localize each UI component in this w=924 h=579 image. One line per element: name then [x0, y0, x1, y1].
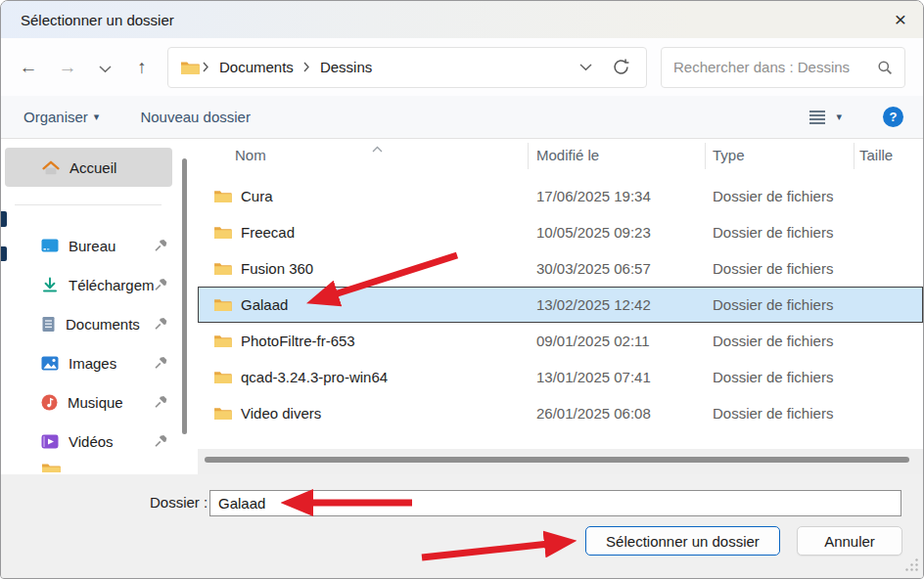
footer: Dossier : Sélectionner un dossier Annule…: [1, 474, 923, 578]
view-details-icon[interactable]: [808, 110, 826, 125]
file-row-cura[interactable]: Cura 17/06/2025 19:34 Dossier de fichier…: [198, 178, 923, 214]
file-modified: 26/01/2025 06:08: [536, 405, 651, 422]
dialog-title: Sélectionner un dossier: [21, 12, 174, 28]
sidebar-item-documents[interactable]: Documents: [1, 304, 198, 343]
folder-icon: [213, 261, 232, 276]
column-divider[interactable]: [854, 143, 855, 169]
folder-icon: [213, 297, 232, 312]
new-folder-button[interactable]: Nouveau dossier: [140, 109, 251, 125]
sidebar-item-home[interactable]: Accueil: [5, 148, 172, 187]
desktop-icon: [41, 239, 59, 252]
title-bar: Sélectionner un dossier ×: [1, 1, 923, 38]
file-type: Dossier de fichiers: [713, 369, 833, 385]
sidebar-item-partial: [41, 462, 61, 472]
sidebar-item-telechargements[interactable]: Téléchargem: [1, 265, 198, 304]
breadcrumb-item-dessins[interactable]: Dessins: [313, 59, 379, 75]
background-window-fragment: [1, 211, 7, 227]
folder-icon: [213, 189, 232, 203]
file-name: Freecad: [241, 224, 295, 241]
file-row-video-divers[interactable]: Video divers 26/01/2025 06:08 Dossier de…: [198, 395, 923, 431]
column-divider[interactable]: [528, 143, 529, 169]
organize-menu[interactable]: Organiser ▾: [23, 109, 99, 125]
search-input[interactable]: [673, 59, 877, 75]
file-type: Dossier de fichiers: [713, 224, 833, 241]
column-divider[interactable]: [705, 143, 706, 169]
file-name: Cura: [241, 188, 273, 204]
breadcrumb[interactable]: Documents Dessins: [167, 47, 647, 88]
file-name: PhotoFiltre-fr-653: [241, 333, 355, 349]
horizontal-scrollbar-thumb[interactable]: [205, 457, 909, 463]
background-window-fragment: [1, 246, 7, 261]
recent-locations-chevron-icon[interactable]: [87, 57, 122, 78]
sidebar-item-musique[interactable]: Musique: [1, 382, 198, 422]
chevron-right-icon: [200, 62, 212, 72]
pin-icon: [154, 356, 167, 373]
file-modified: 09/01/2025 02:11: [536, 333, 650, 349]
file-name: Fusion 360: [241, 260, 313, 277]
documents-icon: [41, 316, 56, 333]
pin-icon: [154, 317, 167, 334]
breadcrumb-item-documents[interactable]: Documents: [212, 59, 300, 75]
file-type: Dossier de fichiers: [713, 333, 833, 349]
sidebar-item-label: Accueil: [69, 159, 116, 176]
column-headers: Nom Modifié le Type Taille: [198, 139, 923, 172]
column-header-type[interactable]: Type: [713, 147, 745, 163]
sidebar-scrollbar[interactable]: [182, 158, 187, 434]
cancel-button[interactable]: Annuler: [797, 526, 902, 556]
file-name: Galaad: [241, 296, 288, 313]
organize-label: Organiser: [23, 109, 88, 125]
up-button[interactable]: ↑: [122, 57, 162, 78]
pin-icon: [154, 395, 167, 412]
file-modified: 17/06/2025 19:34: [536, 188, 651, 204]
command-toolbar: Organiser ▾ Nouveau dossier ▾ ?: [1, 96, 923, 139]
images-icon: [41, 356, 59, 371]
search-icon[interactable]: [877, 60, 893, 75]
file-type: Dossier de fichiers: [713, 296, 833, 313]
home-icon: [41, 159, 61, 176]
column-header-taille[interactable]: Taille: [859, 147, 893, 163]
file-modified: 10/05/2025 09:23: [536, 224, 651, 241]
file-name: qcad-3.24.3-pro-win64: [241, 369, 388, 385]
new-folder-label: Nouveau dossier: [140, 109, 251, 125]
pin-icon: [154, 278, 167, 294]
resize-grip[interactable]: [904, 557, 919, 575]
main-area: Accueil Bureau Téléchargem: [1, 139, 923, 474]
folder-field-label: Dossier :: [150, 494, 208, 511]
navigation-pane: Accueil Bureau Téléchargem: [1, 139, 198, 474]
file-row-fusion-360[interactable]: Fusion 360 30/03/2025 06:57 Dossier de f…: [198, 250, 923, 287]
back-button[interactable]: ←: [9, 57, 48, 78]
view-caret-icon[interactable]: ▾: [836, 111, 842, 123]
sidebar-item-bureau[interactable]: Bureau: [1, 226, 198, 265]
sidebar-item-label: Documents: [66, 316, 140, 333]
file-modified: 13/01/2025 07:41: [536, 369, 651, 385]
sidebar-item-images[interactable]: Images: [1, 343, 198, 382]
file-type: Dossier de fichiers: [713, 188, 833, 204]
column-header-modifie[interactable]: Modifié le: [536, 147, 599, 163]
caret-down-icon: ▾: [94, 111, 100, 123]
select-folder-button[interactable]: Sélectionner un dossier: [585, 526, 780, 556]
address-dropdown-chevron-icon[interactable]: [570, 64, 602, 71]
file-name: Video divers: [241, 405, 321, 422]
horizontal-scrollbar[interactable]: [198, 449, 923, 474]
refresh-icon[interactable]: [602, 58, 636, 76]
search-box[interactable]: [661, 47, 905, 88]
file-type: Dossier de fichiers: [713, 260, 833, 277]
sidebar-item-label: Bureau: [69, 238, 116, 254]
help-icon[interactable]: ?: [883, 107, 903, 127]
pin-icon: [154, 239, 167, 255]
file-row-freecad[interactable]: Freecad 10/05/2025 09:23 Dossier de fich…: [198, 214, 923, 250]
forward-button[interactable]: →: [48, 57, 87, 78]
videos-icon: [41, 434, 59, 449]
folder-name-input[interactable]: [209, 490, 901, 516]
downloads-icon: [41, 277, 59, 292]
file-row-galaad-selected[interactable]: Galaad 13/02/2025 12:42 Dossier de fichi…: [198, 287, 923, 323]
close-icon[interactable]: ×: [885, 5, 916, 34]
column-header-nom[interactable]: Nom: [235, 147, 266, 163]
music-icon: [41, 394, 58, 411]
folder-icon: [213, 370, 232, 384]
file-list: Nom Modifié le Type Taille Cura 17/06/20…: [198, 139, 923, 474]
file-row-photofiltre[interactable]: PhotoFiltre-fr-653 09/01/2025 02:11 Doss…: [198, 323, 923, 359]
file-row-qcad[interactable]: qcad-3.24.3-pro-win64 13/01/2025 07:41 D…: [198, 359, 923, 395]
chevron-right-icon: [300, 62, 313, 72]
sidebar-item-videos[interactable]: Vidéos: [1, 422, 198, 461]
